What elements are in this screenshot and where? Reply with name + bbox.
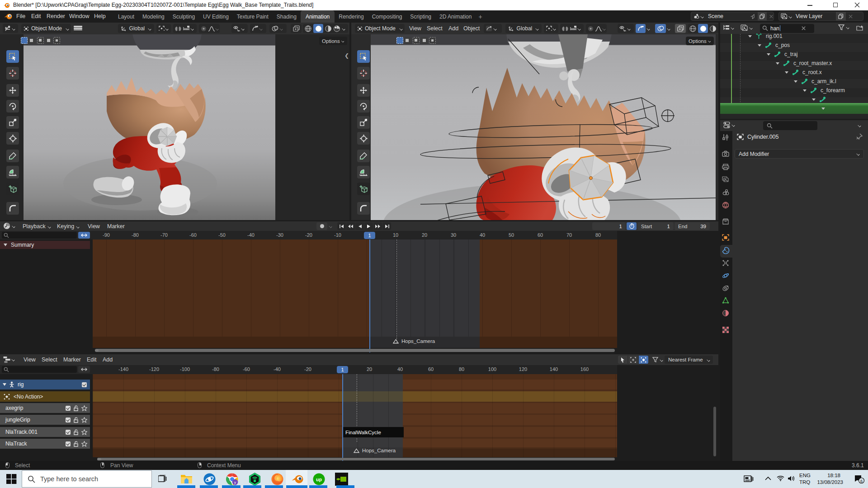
svg-text:up: up — [316, 477, 322, 482]
svg-text:y: y — [234, 480, 236, 484]
svg-text:6: 6 — [860, 479, 863, 483]
